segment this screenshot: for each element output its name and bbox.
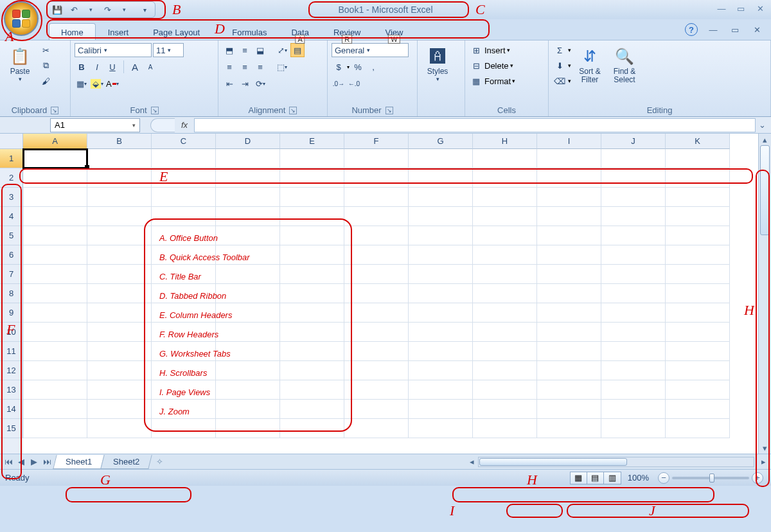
row-header-10[interactable]: 10 — [0, 323, 23, 342]
cell-F1[interactable] — [344, 149, 409, 168]
qat-customize[interactable]: ▾ — [138, 3, 151, 16]
cell-B6[interactable] — [87, 245, 152, 265]
accounting-button[interactable]: $ — [332, 60, 346, 74]
column-header-A[interactable]: A — [23, 134, 87, 149]
decrease-decimal-button[interactable]: ←.0 — [347, 76, 361, 91]
cell-J10[interactable] — [601, 323, 666, 342]
cell-K12[interactable] — [666, 361, 730, 380]
orientation-button[interactable]: ⤢▾ — [275, 43, 289, 57]
wrap-text-button[interactable]: ▤ — [290, 43, 305, 57]
cell-H10[interactable] — [473, 323, 537, 342]
cell-F2[interactable] — [344, 168, 409, 188]
align-center-button[interactable]: ≡ — [238, 60, 252, 74]
zoom-slider-knob[interactable] — [709, 474, 714, 483]
last-sheet-button[interactable]: ⏭ — [41, 456, 53, 468]
page-break-view-button[interactable]: ▥ — [604, 472, 621, 484]
cell-F10[interactable] — [344, 323, 409, 342]
shrink-font-button[interactable]: A — [143, 60, 157, 74]
cell-F11[interactable] — [344, 342, 409, 361]
close-button[interactable]: ✕ — [753, 3, 767, 14]
cell-J1[interactable] — [601, 149, 666, 168]
cell-H15[interactable] — [473, 419, 537, 438]
cut-button[interactable]: ✂ — [39, 43, 53, 57]
bold-button[interactable]: B — [75, 60, 89, 74]
insert-cells-button[interactable]: Insert — [484, 46, 506, 55]
cell-G15[interactable] — [409, 419, 473, 438]
cell-A5[interactable] — [23, 226, 87, 245]
cell-J7[interactable] — [601, 265, 666, 284]
next-sheet-button[interactable]: ▶ — [28, 456, 40, 468]
cell-K4[interactable] — [666, 207, 730, 226]
dialog-launcher[interactable]: ↘ — [386, 107, 393, 114]
cell-F3[interactable] — [344, 188, 409, 207]
cell-G12[interactable] — [409, 361, 473, 380]
column-header-I[interactable]: I — [537, 134, 601, 149]
cell-H4[interactable] — [473, 207, 537, 226]
scroll-up-button[interactable]: ▴ — [759, 134, 771, 145]
find-select-button[interactable]: 🔍 Find & Select — [608, 43, 641, 87]
tab-home[interactable]: Home — [49, 23, 96, 40]
grow-font-button[interactable]: A — [128, 60, 142, 74]
delete-cells-button[interactable]: Delete — [484, 61, 509, 71]
row-header-11[interactable]: 11 — [0, 342, 23, 361]
column-header-K[interactable]: K — [666, 134, 730, 149]
cell-J4[interactable] — [601, 207, 666, 226]
scroll-right-button[interactable]: ▸ — [758, 457, 768, 467]
align-top-button[interactable]: ⬒ — [222, 43, 236, 57]
cell-F8[interactable] — [344, 284, 409, 303]
tab-review[interactable]: ReviewR — [321, 23, 373, 40]
dialog-launcher[interactable]: ↘ — [151, 107, 159, 114]
sort-filter-button[interactable]: ⇵ Sort & Filter — [574, 43, 606, 87]
zoom-slider[interactable] — [672, 477, 749, 479]
office-button[interactable] — [4, 1, 39, 36]
copy-button[interactable]: ⧉ — [39, 58, 53, 73]
row-header-6[interactable]: 6 — [0, 245, 23, 265]
decrease-indent-button[interactable]: ⇤ — [222, 76, 236, 91]
cell-F13[interactable] — [344, 380, 409, 400]
cell-G9[interactable] — [409, 303, 473, 323]
cell-H1[interactable] — [473, 149, 537, 168]
vscroll-thumb[interactable] — [760, 145, 770, 235]
cell-G1[interactable] — [409, 149, 473, 168]
cell-K15[interactable] — [666, 419, 730, 438]
normal-view-button[interactable]: ▦ — [571, 472, 587, 484]
cell-I5[interactable] — [537, 226, 601, 245]
cell-K5[interactable] — [666, 226, 730, 245]
cell-I9[interactable] — [537, 303, 601, 323]
redo-button[interactable]: ↷ — [101, 3, 114, 16]
vertical-scrollbar[interactable]: ▴ ▾ — [758, 134, 771, 454]
expand-formula-bar[interactable]: ⌄ — [756, 120, 768, 130]
cell-J6[interactable] — [601, 245, 666, 265]
row-header-2[interactable]: 2 — [0, 168, 23, 188]
paste-button[interactable]: 📋 Paste ▾ — [4, 43, 36, 85]
row-header-13[interactable]: 13 — [0, 380, 23, 400]
cell-D1[interactable] — [216, 149, 280, 168]
cell-I7[interactable] — [537, 265, 601, 284]
tab-data[interactable]: DataA — [279, 23, 321, 40]
cell-J3[interactable] — [601, 188, 666, 207]
cell-K10[interactable] — [666, 323, 730, 342]
maximize-button[interactable]: ▭ — [734, 3, 748, 14]
font-name-combo[interactable]: Calibri▾ — [75, 43, 152, 57]
underline-button[interactable]: U — [105, 60, 120, 74]
align-right-button[interactable]: ≡ — [253, 60, 267, 74]
cell-I10[interactable] — [537, 323, 601, 342]
row-header-3[interactable]: 3 — [0, 188, 23, 207]
cell-A6[interactable] — [23, 245, 87, 265]
cell-D3[interactable] — [216, 188, 280, 207]
cell-H7[interactable] — [473, 265, 537, 284]
column-header-F[interactable]: F — [344, 134, 409, 149]
cell-H8[interactable] — [473, 284, 537, 303]
cell-A8[interactable] — [23, 284, 87, 303]
cell-A13[interactable] — [23, 380, 87, 400]
cell-J13[interactable] — [601, 380, 666, 400]
fill-handle[interactable] — [85, 165, 89, 170]
cell-H5[interactable] — [473, 226, 537, 245]
cell-B11[interactable] — [87, 342, 152, 361]
column-header-H[interactable]: H — [473, 134, 537, 149]
cell-B5[interactable] — [87, 226, 152, 245]
increase-indent-button[interactable]: ⇥ — [238, 76, 252, 91]
cell-J15[interactable] — [601, 419, 666, 438]
cell-K2[interactable] — [666, 168, 730, 188]
row-header-14[interactable]: 14 — [0, 400, 23, 419]
